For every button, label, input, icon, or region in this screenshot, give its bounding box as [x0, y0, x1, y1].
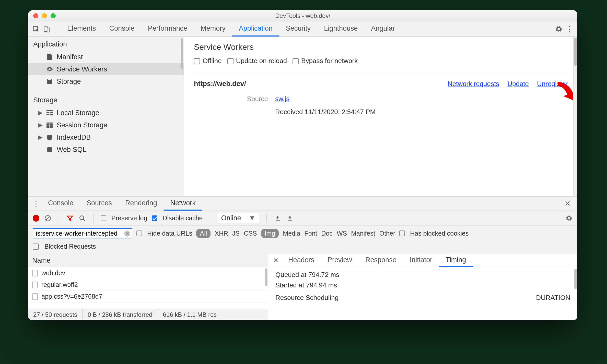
blocked-requests-checkbox[interactable]: Blocked Requests — [33, 243, 573, 250]
detail-tab-initiator[interactable]: Initiator — [403, 254, 439, 267]
network-settings-gear-icon[interactable] — [565, 214, 573, 222]
update-on-reload-checkbox[interactable]: Update on reload — [227, 57, 287, 65]
filter-text-field[interactable] — [36, 230, 123, 237]
drawer-tab-network[interactable]: Network — [164, 197, 202, 211]
devtools-window: DevTools - web.dev/ Elements Console Per… — [28, 10, 577, 320]
tab-performance[interactable]: Performance — [141, 21, 194, 37]
detail-tab-headers[interactable]: Headers — [282, 254, 321, 267]
download-har-icon[interactable] — [286, 214, 294, 222]
detail-close-icon[interactable]: ✕ — [270, 257, 282, 264]
main-scrollbar[interactable] — [573, 37, 577, 196]
disable-cache-checkbox[interactable]: Disable cache — [152, 214, 203, 222]
device-toolbar-icon[interactable] — [42, 25, 51, 33]
window-title: DevTools - web.dev/ — [28, 12, 577, 19]
update-link[interactable]: Update — [507, 80, 529, 88]
request-list: Name web.dev regular.woff2 app.css?v=6e2… — [28, 254, 268, 320]
more-menu-icon[interactable]: ⋮ — [565, 25, 574, 33]
svg-point-4 — [80, 216, 84, 220]
sidebar-item-label: Local Storage — [57, 109, 99, 117]
inspect-element-icon[interactable] — [32, 25, 40, 33]
timing-body: Queued at 794.72 ms Started at 794.94 ms… — [268, 267, 577, 320]
tab-lighthouse[interactable]: Lighthouse — [317, 21, 364, 37]
sidebar-item-indexeddb[interactable]: ▶ IndexedDB — [28, 131, 184, 143]
gear-icon — [46, 66, 53, 73]
tab-security[interactable]: Security — [279, 21, 318, 37]
sidebar-item-local-storage[interactable]: ▶ Local Storage — [28, 107, 184, 119]
panel-body: Application ▶ Manifest ▶ Service Workers… — [28, 37, 577, 196]
divider — [93, 214, 94, 223]
type-xhr[interactable]: XHR — [215, 230, 228, 237]
sidebar-item-service-workers[interactable]: ▶ Service Workers — [28, 63, 184, 75]
sidebar-item-label: Web SQL — [57, 146, 87, 154]
type-js[interactable]: JS — [232, 230, 240, 237]
sidebar-item-web-sql[interactable]: ▶ Web SQL — [28, 143, 184, 156]
source-label: Source — [225, 95, 268, 103]
drawer: ⋮ Console Sources Rendering Network ✕ Pr… — [28, 196, 577, 320]
bypass-network-checkbox[interactable]: Bypass for network — [293, 57, 358, 65]
sidebar-item-manifest[interactable]: ▶ Manifest — [28, 51, 184, 63]
type-ws[interactable]: WS — [337, 230, 347, 237]
source-file-link[interactable]: sw.js — [275, 95, 289, 103]
type-css[interactable]: CSS — [244, 230, 257, 237]
list-scrollbar[interactable] — [265, 268, 267, 286]
sidebar-item-session-storage[interactable]: ▶ Session Storage — [28, 119, 184, 131]
drawer-tab-sources[interactable]: Sources — [80, 197, 119, 211]
sidebar-scrollbar[interactable] — [180, 37, 184, 196]
detail-tab-response[interactable]: Response — [359, 254, 403, 267]
sidebar-item-storage[interactable]: ▶ Storage — [28, 75, 184, 88]
type-doc[interactable]: Doc — [321, 230, 332, 237]
titlebar: DevTools - web.dev/ — [28, 10, 577, 21]
detail-scrollbar[interactable] — [574, 269, 577, 289]
svg-line-5 — [83, 219, 85, 221]
storage-icon — [46, 78, 53, 85]
request-row[interactable]: web.dev — [28, 267, 268, 279]
svg-rect-1 — [47, 28, 50, 32]
request-row[interactable]: regular.woff2 — [28, 279, 268, 291]
tab-memory[interactable]: Memory — [194, 21, 232, 37]
divider — [56, 25, 56, 33]
sw-origin-row: https://web.dev/ Network requests Update… — [194, 75, 568, 92]
sw-action-links: Network requests Update Unregister — [448, 80, 568, 88]
type-font[interactable]: Font — [304, 230, 317, 237]
tab-angular[interactable]: Angular — [364, 21, 401, 37]
type-all[interactable]: All — [196, 229, 211, 238]
network-filter-row2: Blocked Requests — [28, 241, 577, 254]
type-media[interactable]: Media — [283, 230, 300, 237]
tab-elements[interactable]: Elements — [61, 21, 103, 37]
upload-har-icon[interactable] — [274, 214, 282, 222]
has-blocked-cookies-checkbox[interactable]: Has blocked cookies — [399, 230, 469, 237]
network-toolbar: Preserve log Disable cache Online▼ — [28, 211, 577, 226]
tab-application[interactable]: Application — [232, 21, 279, 37]
record-button[interactable] — [33, 215, 39, 222]
drawer-tab-console[interactable]: Console — [41, 197, 80, 211]
drawer-close-icon[interactable]: ✕ — [560, 199, 575, 208]
request-column-name[interactable]: Name — [28, 254, 268, 267]
detail-tab-timing[interactable]: Timing — [439, 254, 473, 267]
clear-filter-icon[interactable]: ✕ — [124, 230, 130, 237]
filter-icon[interactable] — [66, 214, 74, 222]
tab-console[interactable]: Console — [103, 21, 141, 37]
detail-tab-preview[interactable]: Preview — [321, 254, 359, 267]
preserve-log-checkbox[interactable]: Preserve log — [101, 214, 147, 222]
table-icon — [46, 122, 53, 129]
offline-checkbox[interactable]: Offline — [194, 57, 222, 65]
request-row[interactable]: app.css?v=6e2768d7 — [28, 291, 268, 302]
filter-input[interactable]: ✕ — [33, 228, 132, 238]
divider — [210, 214, 210, 223]
drawer-tab-rendering[interactable]: Rendering — [119, 197, 164, 211]
divider — [194, 72, 568, 72]
search-icon[interactable] — [78, 214, 86, 222]
drawer-more-icon[interactable]: ⋮ — [31, 199, 41, 208]
divider — [266, 214, 267, 223]
settings-gear-icon[interactable] — [554, 25, 563, 33]
throttling-select[interactable]: Online▼ — [217, 213, 259, 223]
type-other[interactable]: Other — [379, 230, 395, 237]
divider — [59, 214, 59, 223]
clear-icon[interactable] — [44, 214, 52, 222]
network-requests-link[interactable]: Network requests — [448, 80, 499, 88]
hide-data-urls-checkbox[interactable]: Hide data URLs — [136, 230, 192, 237]
timing-scheduling-label: Resource Scheduling — [275, 294, 338, 302]
type-img[interactable]: Img — [261, 229, 279, 238]
type-manifest[interactable]: Manifest — [351, 230, 375, 237]
status-resources: 616 kB / 1.1 MB res — [158, 309, 222, 320]
